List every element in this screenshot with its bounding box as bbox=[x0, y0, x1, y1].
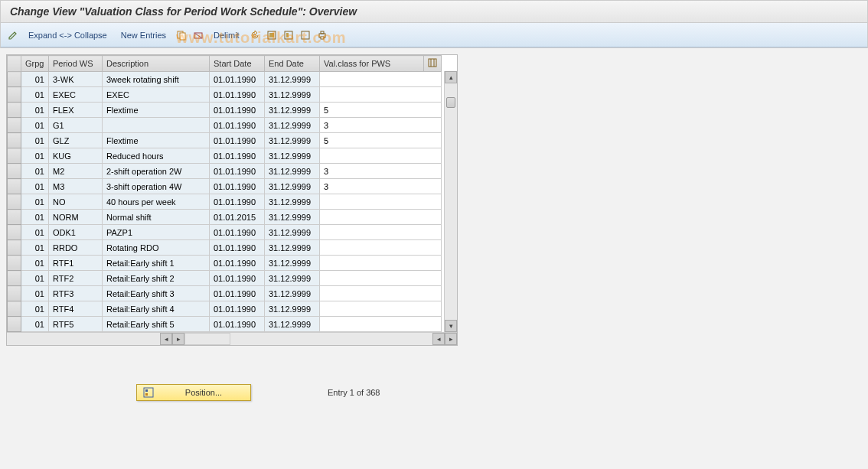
cell-grpg[interactable]: 01 bbox=[21, 133, 49, 148]
table-row[interactable]: 01RRDORotating RDO01.01.199031.12.9999 bbox=[8, 240, 442, 256]
col-header-val[interactable]: Val.class for PWS bbox=[320, 56, 424, 72]
table-row[interactable]: 01RTF2Retail:Early shift 201.01.199031.1… bbox=[8, 271, 442, 286]
cell-val[interactable] bbox=[320, 286, 442, 301]
table-row[interactable]: 01RTF5Retail:Early shift 501.01.199031.1… bbox=[8, 317, 442, 332]
table-row[interactable]: 01KUGReduced hours01.01.199031.12.9999 bbox=[8, 148, 442, 164]
cell-desc[interactable]: Normal shift bbox=[103, 210, 210, 225]
cell-grpg[interactable]: 01 bbox=[21, 118, 49, 133]
cell-pws[interactable]: KUG bbox=[49, 148, 103, 164]
cell-pws[interactable]: RTF1 bbox=[49, 256, 103, 271]
cell-desc[interactable]: 3-shift operation 4W bbox=[103, 179, 210, 194]
row-selector[interactable] bbox=[8, 210, 21, 225]
cell-pws[interactable]: M2 bbox=[49, 164, 103, 179]
select-all-icon[interactable] bbox=[266, 29, 278, 41]
cell-grpg[interactable]: 01 bbox=[21, 103, 49, 118]
table-row[interactable]: 01G101.01.199031.12.99993 bbox=[8, 118, 442, 133]
cell-val[interactable]: 5 bbox=[320, 133, 442, 148]
table-row[interactable]: 01M22-shift operation 2W01.01.199031.12.… bbox=[8, 164, 442, 179]
row-selector[interactable] bbox=[8, 148, 21, 164]
cell-end[interactable]: 31.12.9999 bbox=[265, 87, 320, 103]
table-row[interactable]: 01RTF1Retail:Early shift 101.01.199031.1… bbox=[8, 256, 442, 271]
cell-start[interactable]: 01.01.1990 bbox=[210, 118, 265, 133]
cell-desc[interactable]: 3week rotating shift bbox=[103, 72, 210, 87]
cell-end[interactable]: 31.12.9999 bbox=[265, 256, 320, 271]
cell-grpg[interactable]: 01 bbox=[21, 179, 49, 194]
cell-pws[interactable]: RRDO bbox=[49, 240, 103, 256]
scroll-up-button[interactable]: ▴ bbox=[445, 71, 457, 83]
new-entries-button[interactable]: New Entries bbox=[116, 29, 171, 41]
cell-val[interactable] bbox=[320, 301, 442, 317]
col-header-pws[interactable]: Period WS bbox=[49, 56, 103, 72]
table-row[interactable]: 01RTF3Retail:Early shift 301.01.199031.1… bbox=[8, 286, 442, 301]
row-selector[interactable] bbox=[8, 133, 21, 148]
cell-pws[interactable]: G1 bbox=[49, 118, 103, 133]
cell-desc[interactable]: Reduced hours bbox=[103, 148, 210, 164]
cell-pws[interactable]: 3-WK bbox=[49, 72, 103, 87]
scroll-thumb[interactable] bbox=[446, 97, 455, 108]
col-header-end[interactable]: End Date bbox=[265, 56, 320, 72]
cell-grpg[interactable]: 01 bbox=[21, 286, 49, 301]
cell-val[interactable] bbox=[320, 148, 442, 164]
row-selector[interactable] bbox=[8, 72, 21, 87]
table-row[interactable]: 013-WK3week rotating shift01.01.199031.1… bbox=[8, 72, 442, 87]
row-selector[interactable] bbox=[8, 179, 21, 194]
cell-val[interactable] bbox=[320, 271, 442, 286]
col-header-desc[interactable]: Description bbox=[103, 56, 210, 72]
cell-pws[interactable]: FLEX bbox=[49, 103, 103, 118]
cell-grpg[interactable]: 01 bbox=[21, 87, 49, 103]
cell-desc[interactable]: Rotating RDO bbox=[103, 240, 210, 256]
cell-grpg[interactable]: 01 bbox=[21, 271, 49, 286]
cell-pws[interactable]: NO bbox=[49, 194, 103, 210]
cell-end[interactable]: 31.12.9999 bbox=[265, 72, 320, 87]
hscroll-right-button[interactable]: ▸ bbox=[172, 333, 184, 345]
cell-grpg[interactable]: 01 bbox=[21, 317, 49, 332]
cell-start[interactable]: 01.01.1990 bbox=[210, 317, 265, 332]
cell-start[interactable]: 01.01.1990 bbox=[210, 103, 265, 118]
cell-end[interactable]: 31.12.9999 bbox=[265, 148, 320, 164]
cell-end[interactable]: 31.12.9999 bbox=[265, 179, 320, 194]
cell-val[interactable] bbox=[320, 240, 442, 256]
cell-end[interactable]: 31.12.9999 bbox=[265, 164, 320, 179]
row-selector[interactable] bbox=[8, 87, 21, 103]
cell-val[interactable]: 3 bbox=[320, 179, 442, 194]
table-row[interactable]: 01NORMNormal shift01.01.201531.12.9999 bbox=[8, 210, 442, 225]
cell-val[interactable] bbox=[320, 194, 442, 210]
table-row[interactable]: 01ODK1PAZP101.01.199031.12.9999 bbox=[8, 225, 442, 240]
deselect-all-icon[interactable] bbox=[299, 29, 312, 41]
row-selector[interactable] bbox=[8, 301, 21, 317]
cell-pws[interactable]: NORM bbox=[49, 210, 103, 225]
cell-desc[interactable]: PAZP1 bbox=[103, 225, 210, 240]
col-config-button[interactable] bbox=[424, 56, 442, 72]
cell-start[interactable]: 01.01.1990 bbox=[210, 194, 265, 210]
col-header-select[interactable] bbox=[8, 56, 21, 72]
cell-val[interactable]: 3 bbox=[320, 118, 442, 133]
cell-pws[interactable]: ODK1 bbox=[49, 225, 103, 240]
cell-pws[interactable]: RTF2 bbox=[49, 271, 103, 286]
cell-start[interactable]: 01.01.1990 bbox=[210, 271, 265, 286]
cell-pws[interactable]: RTF4 bbox=[49, 301, 103, 317]
table-row[interactable]: 01RTF4Retail:Early shift 401.01.199031.1… bbox=[8, 301, 442, 317]
row-selector[interactable] bbox=[8, 103, 21, 118]
delete-icon[interactable] bbox=[192, 29, 204, 41]
copy-icon[interactable] bbox=[175, 29, 188, 41]
cell-start[interactable]: 01.01.2015 bbox=[210, 210, 265, 225]
col-header-start[interactable]: Start Date bbox=[210, 56, 265, 72]
cell-desc[interactable]: 2-shift operation 2W bbox=[103, 164, 210, 179]
position-button[interactable]: Position... bbox=[136, 384, 251, 401]
cell-desc[interactable]: Flextime bbox=[103, 103, 210, 118]
row-selector[interactable] bbox=[8, 164, 21, 179]
cell-grpg[interactable]: 01 bbox=[21, 225, 49, 240]
cell-grpg[interactable]: 01 bbox=[21, 194, 49, 210]
table-row[interactable]: 01FLEXFlextime01.01.199031.12.99995 bbox=[8, 103, 442, 118]
cell-pws[interactable]: M3 bbox=[49, 179, 103, 194]
cell-desc[interactable]: Retail:Early shift 1 bbox=[103, 256, 210, 271]
cell-grpg[interactable]: 01 bbox=[21, 301, 49, 317]
cell-val[interactable] bbox=[320, 317, 442, 332]
cell-start[interactable]: 01.01.1990 bbox=[210, 164, 265, 179]
cell-grpg[interactable]: 01 bbox=[21, 72, 49, 87]
cell-pws[interactable]: EXEC bbox=[49, 87, 103, 103]
cell-end[interactable]: 31.12.9999 bbox=[265, 271, 320, 286]
cell-end[interactable]: 31.12.9999 bbox=[265, 317, 320, 332]
print-icon[interactable] bbox=[316, 29, 328, 41]
hscroll-left2-button[interactable]: ◂ bbox=[432, 333, 445, 345]
